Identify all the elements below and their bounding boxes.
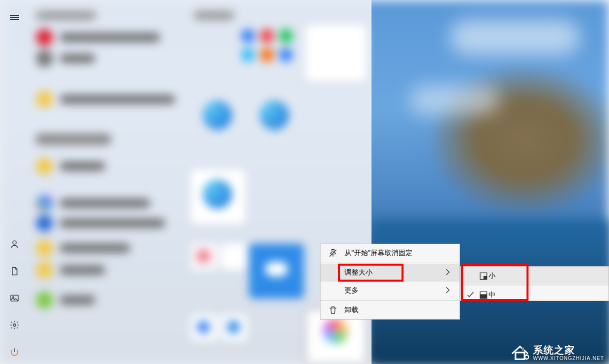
svg-point-3 xyxy=(14,324,16,327)
menu-item-label: 调整大小 xyxy=(344,268,372,277)
menu-item-label: 小 xyxy=(488,272,496,281)
unpin-icon xyxy=(328,248,338,259)
site-watermark: 系统之家 WWW.XITONGZHIJIA.NET xyxy=(511,344,604,361)
chevron-right-icon xyxy=(442,267,452,279)
menu-resize[interactable]: 调整大小 xyxy=(320,264,460,282)
watermark-url: WWW.XITONGZHIJIA.NET xyxy=(533,356,604,361)
resize-small[interactable]: 小 xyxy=(460,267,608,286)
tile-medium-icon xyxy=(478,290,488,300)
svg-point-11 xyxy=(525,355,529,359)
start-rail xyxy=(0,0,29,364)
svg-rect-9 xyxy=(516,353,524,360)
menu-item-label: 中 xyxy=(488,291,496,300)
menu-more[interactable]: 更多 xyxy=(320,282,460,300)
menu-item-label: 更多 xyxy=(344,286,358,295)
documents-icon[interactable] xyxy=(7,264,22,279)
svg-rect-6 xyxy=(484,276,487,280)
power-icon[interactable] xyxy=(7,345,22,360)
account-icon[interactable] xyxy=(7,237,22,252)
svg-rect-8 xyxy=(480,294,486,298)
svg-rect-10 xyxy=(522,348,524,352)
menu-item-label: 卸载 xyxy=(344,306,358,315)
house-icon xyxy=(511,344,529,361)
chevron-right-icon xyxy=(442,285,452,297)
pictures-icon[interactable] xyxy=(7,291,22,306)
menu-uninstall[interactable]: 卸载 xyxy=(320,301,460,319)
watermark-title: 系统之家 xyxy=(533,345,604,356)
menu-icon[interactable] xyxy=(7,10,22,25)
tile-context-menu: 从"开始"屏幕取消固定 调整大小 更多 卸载 xyxy=(320,244,460,320)
menu-unpin-from-start[interactable]: 从"开始"屏幕取消固定 xyxy=(320,244,460,262)
resize-medium[interactable]: 中 xyxy=(460,286,608,301)
menu-item-label: 从"开始"屏幕取消固定 xyxy=(344,249,412,258)
separator xyxy=(320,300,460,301)
start-menu-panel xyxy=(0,0,372,364)
separator xyxy=(320,263,460,263)
wallpaper-cloud xyxy=(410,85,500,115)
tile-small-icon xyxy=(478,271,488,281)
check-icon xyxy=(466,290,476,301)
svg-point-0 xyxy=(13,241,16,244)
resize-submenu: 小 中 xyxy=(460,266,609,301)
screen: 从"开始"屏幕取消固定 调整大小 更多 卸载 xyxy=(0,0,609,364)
trash-icon xyxy=(328,305,338,316)
wallpaper-cloud xyxy=(450,20,580,55)
settings-icon[interactable] xyxy=(7,318,22,333)
